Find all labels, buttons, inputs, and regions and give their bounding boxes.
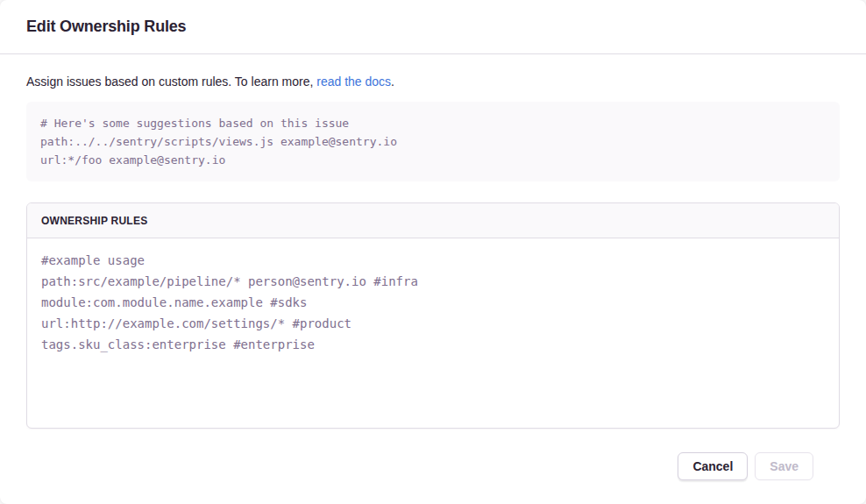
read-the-docs-link[interactable]: read the docs: [316, 75, 391, 89]
edit-ownership-rules-modal: Edit Ownership Rules Assign issues based…: [0, 0, 866, 504]
suggestion-line: # Here's some suggestions based on this …: [40, 114, 826, 132]
cancel-button[interactable]: Cancel: [678, 452, 748, 480]
save-button[interactable]: Save: [755, 452, 813, 480]
ownership-rules-textarea[interactable]: #example usage path:src/example/pipeline…: [27, 238, 839, 428]
suggestions-code-block: # Here's some suggestions based on this …: [26, 102, 840, 181]
suggestion-line: url:*/foo example@sentry.io: [40, 151, 826, 169]
modal-body: Assign issues based on custom rules. To …: [0, 54, 866, 480]
modal-title: Edit Ownership Rules: [26, 18, 186, 36]
suggestion-line: path:../../sentry/scripts/views.js examp…: [40, 132, 826, 151]
modal-footer: Cancel Save: [26, 429, 840, 480]
ownership-rules-panel-header: OWNERSHIP RULES: [27, 203, 839, 238]
description-text: Assign issues based on custom rules. To …: [26, 75, 840, 89]
ownership-rules-panel: OWNERSHIP RULES #example usage path:src/…: [26, 202, 840, 429]
description-suffix: .: [391, 75, 394, 89]
description-prefix: Assign issues based on custom rules. To …: [26, 75, 316, 89]
modal-header: Edit Ownership Rules: [0, 0, 866, 54]
